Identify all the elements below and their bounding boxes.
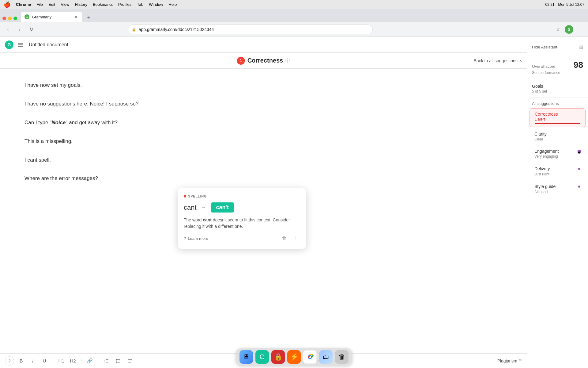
reload-btn[interactable]: ↻: [27, 25, 36, 34]
see-performance-btn[interactable]: See performance: [532, 71, 583, 75]
score-section: Overall score 98 See performance: [527, 55, 588, 80]
toolbar-divider-3: [98, 358, 98, 364]
plagiarism-btn[interactable]: Plagiarism ❝: [497, 358, 522, 364]
layout-icon[interactable]: ⊞: [579, 44, 583, 50]
goals-value: 5 of 5 set: [532, 89, 583, 94]
suggested-word-btn[interactable]: can't: [211, 202, 234, 213]
delivery-item-sub: Just right: [534, 172, 581, 176]
engagement-item-label: Engagement: [534, 149, 559, 154]
dock-reeder-icon[interactable]: ⚡: [287, 350, 301, 364]
dock-grammarly-icon[interactable]: G: [255, 350, 269, 364]
menu-item-edit[interactable]: Edit: [48, 2, 55, 7]
new-tab-btn[interactable]: +: [85, 13, 93, 22]
address-bar: ‹ › ↻ 🔒 app.grammarly.com/ddocs/12150243…: [0, 22, 588, 37]
page-header: 1 Correctness ⓘ Back to all suggestions …: [0, 53, 527, 69]
tab-title: Grammarly: [32, 15, 71, 19]
dock-lastpass-icon[interactable]: 🔒: [271, 350, 285, 364]
battery-time: 02:21: [545, 2, 555, 7]
back-to-suggestions-btn[interactable]: Back to all suggestions ×: [474, 58, 522, 63]
back-nav-btn[interactable]: ‹: [4, 25, 12, 34]
doc-paragraph-5: I cant spell.: [24, 156, 502, 165]
question-icon: ?: [184, 236, 186, 241]
address-bar-right: ☆ S ⋮: [554, 25, 584, 34]
url-bar[interactable]: 🔒 app.grammarly.com/ddocs/1215024344: [128, 25, 373, 34]
apple-menu[interactable]: 🍎: [4, 1, 10, 8]
link-btn[interactable]: 🔗: [85, 356, 94, 366]
bookmark-icon[interactable]: ☆: [554, 25, 562, 34]
sidebar-item-clarity[interactable]: Clarity Clear: [530, 128, 586, 144]
svg-point-7: [116, 360, 117, 361]
learn-more-btn[interactable]: ? Learn more: [184, 236, 208, 241]
h2-btn[interactable]: H2: [68, 356, 77, 366]
suggestion-description: The word cant doesn't seem to fit this c…: [184, 217, 300, 230]
doc-paragraph-1: I have now set my goals.: [24, 81, 502, 90]
menu-item-bookmarks[interactable]: Bookmarks: [93, 2, 113, 7]
more-suggestion-options-btn[interactable]: ⋮: [292, 234, 300, 243]
goals-section[interactable]: Goals 5 of 5 set: [527, 80, 588, 98]
sidebar-item-style[interactable]: Style guide ● All good: [530, 181, 586, 197]
tab-grammarly[interactable]: G Grammarly ✕: [21, 12, 82, 22]
all-suggestions-label: All suggestions: [527, 98, 588, 108]
desc-bold-word: cant: [203, 217, 212, 222]
underline-btn[interactable]: U: [40, 356, 49, 366]
dock-finder2-icon[interactable]: 🗂: [319, 350, 333, 364]
close-window-btn[interactable]: [2, 17, 6, 20]
clarity-item-sub: Clear: [534, 137, 581, 141]
engagement-item-sub: Very engaging: [534, 154, 581, 159]
menu-item-window[interactable]: Window: [149, 2, 163, 7]
delivery-item-label: Delivery: [534, 166, 550, 171]
goals-label: Goals: [532, 84, 583, 89]
format-btn[interactable]: [125, 356, 134, 366]
back-close-icon[interactable]: ×: [519, 58, 522, 63]
fullscreen-window-btn[interactable]: [13, 17, 17, 20]
hamburger-menu-btn[interactable]: [16, 41, 25, 48]
menu-item-view[interactable]: View: [61, 2, 69, 7]
doc-paragraph-6: Where are the error messages?: [24, 174, 502, 183]
arrow-icon: →: [201, 204, 206, 211]
dock: 🖥 G 🔒 ⚡ 🗂 🗑: [236, 348, 352, 366]
italic-btn[interactable]: I: [28, 356, 37, 366]
style-item-sub: All good: [534, 190, 581, 194]
delivery-dot-icon: ●: [578, 166, 581, 171]
plagiarism-label: Plagiarism: [497, 358, 517, 363]
h1-btn[interactable]: H1: [57, 356, 66, 366]
doc-title[interactable]: Untitled document: [29, 42, 68, 48]
style-item-label: Style guide: [534, 184, 556, 189]
sidebar-item-delivery[interactable]: Delivery ● Just right: [530, 163, 586, 179]
menu-item-profiles[interactable]: Profiles: [118, 2, 131, 7]
engagement-dot-icon: ●: [578, 150, 581, 153]
unordered-list-btn[interactable]: [114, 356, 123, 366]
dock-trash-icon[interactable]: 🗑: [335, 350, 349, 364]
more-options-icon[interactable]: ⋮: [576, 25, 584, 34]
suggestion-type-label: SPELLING: [188, 194, 207, 198]
dock-finder-icon[interactable]: 🖥: [239, 350, 253, 364]
help-btn[interactable]: ?: [5, 356, 14, 366]
dismiss-suggestion-btn[interactable]: 🗑: [280, 234, 288, 243]
suggestion-card: SPELLING cant → can't The word cant does…: [178, 188, 306, 249]
minimize-window-btn[interactable]: [8, 17, 12, 20]
toolbar-divider-2: [81, 358, 81, 364]
score-label: Overall score: [532, 64, 556, 69]
svg-point-6: [116, 359, 117, 360]
dock-chrome-icon[interactable]: [303, 350, 317, 364]
info-icon[interactable]: ⓘ: [285, 58, 290, 63]
bold-btn[interactable]: B: [17, 356, 26, 366]
score-value: 98: [574, 60, 583, 70]
suggestion-transform: cant → can't: [184, 202, 300, 213]
menu-item-help[interactable]: Help: [169, 2, 177, 7]
sidebar-item-correctness[interactable]: Correctness 1 alert: [530, 108, 586, 127]
sidebar-item-engagement[interactable]: Engagement ● Very engaging: [530, 146, 586, 162]
noice-word: Noice: [51, 120, 66, 125]
doc-area: G Untitled document 1 Correctness ⓘ Back…: [0, 37, 527, 368]
hide-assistant-btn[interactable]: Hide Assistant: [532, 45, 557, 49]
menu-item-history[interactable]: History: [75, 2, 87, 7]
tab-close-btn[interactable]: ✕: [74, 14, 78, 20]
user-avatar[interactable]: S: [565, 25, 573, 34]
menu-item-chrome[interactable]: Chrome: [16, 2, 31, 7]
main-container: G Untitled document 1 Correctness ⓘ Back…: [0, 37, 588, 368]
ordered-list-btn[interactable]: 123: [102, 356, 111, 366]
url-text: app.grammarly.com/ddocs/1215024344: [139, 27, 369, 32]
forward-nav-btn[interactable]: ›: [15, 25, 24, 34]
menu-item-file[interactable]: File: [36, 2, 43, 7]
menu-item-tab[interactable]: Tab: [137, 2, 143, 7]
